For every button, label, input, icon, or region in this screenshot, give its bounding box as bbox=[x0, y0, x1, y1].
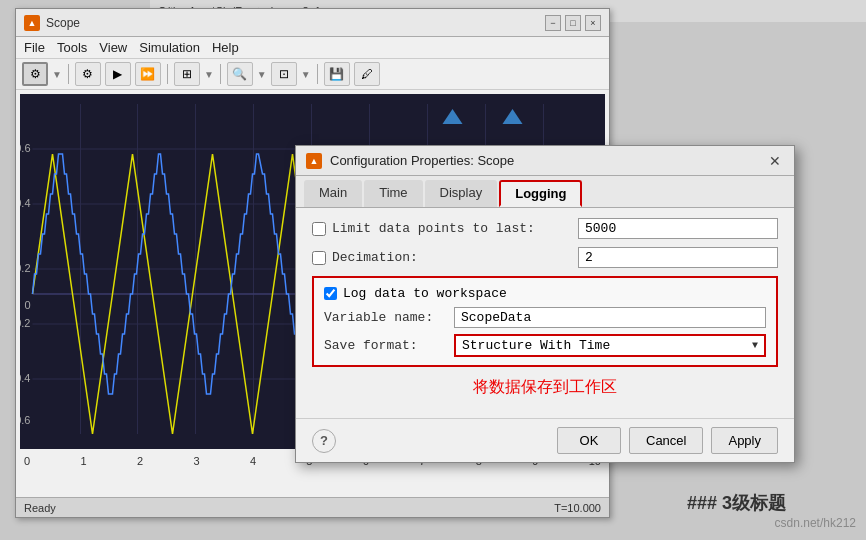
xaxis-1: 1 bbox=[80, 455, 86, 467]
decimation-row: Decimation: bbox=[312, 247, 778, 268]
config-app-icon: ▲ bbox=[306, 153, 322, 169]
scope-statusbar: Ready T=10.000 bbox=[16, 497, 609, 517]
scope-app-icon: ▲ bbox=[24, 15, 40, 31]
config-tabs: Main Time Display Logging bbox=[296, 176, 794, 208]
toolbar-sep-3 bbox=[220, 64, 221, 84]
limit-data-label: Limit data points to last: bbox=[312, 221, 535, 236]
svg-text:0: 0 bbox=[24, 299, 30, 311]
limit-data-input[interactable] bbox=[578, 218, 778, 239]
scope-maximize-button[interactable]: □ bbox=[565, 15, 581, 31]
tab-main[interactable]: Main bbox=[304, 180, 362, 207]
status-time: T=10.000 bbox=[554, 502, 601, 514]
tab-logging[interactable]: Logging bbox=[499, 180, 582, 207]
toolbar-fit-arrow[interactable]: ▼ bbox=[301, 69, 311, 80]
chinese-annotation: 将数据保存到工作区 bbox=[312, 377, 778, 398]
toolbar-step-button[interactable]: ⏩ bbox=[135, 62, 161, 86]
xaxis-2: 2 bbox=[137, 455, 143, 467]
save-format-row: Save format: Structure With Time ▼ bbox=[324, 334, 766, 357]
config-dialog: ▲ Configuration Properties: Scope ✕ Main… bbox=[295, 145, 795, 463]
svg-text:0.2: 0.2 bbox=[20, 262, 31, 274]
save-format-select: Structure With Time ▼ bbox=[454, 334, 766, 357]
save-format-dropdown[interactable]: Structure With Time ▼ bbox=[454, 334, 766, 357]
config-title: Configuration Properties: Scope bbox=[330, 153, 766, 168]
cancel-label: Cancel bbox=[646, 433, 686, 448]
config-footer: ? OK Cancel Apply bbox=[296, 418, 794, 462]
ok-button[interactable]: OK bbox=[557, 427, 621, 454]
scope-minimize-button[interactable]: − bbox=[545, 15, 561, 31]
toolbar-print-button[interactable]: 🖊 bbox=[354, 62, 380, 86]
svg-text:-0.4: -0.4 bbox=[20, 372, 31, 384]
toolbar-sep-2 bbox=[167, 64, 168, 84]
save-format-arrow: ▼ bbox=[752, 340, 758, 351]
toolbar-sep-1 bbox=[68, 64, 69, 84]
save-format-label: Save format: bbox=[324, 338, 454, 353]
svg-text:0.6: 0.6 bbox=[20, 142, 31, 154]
status-ready: Ready bbox=[24, 502, 56, 514]
scope-title: Scope bbox=[46, 16, 545, 30]
scope-window-controls: − □ × bbox=[545, 15, 601, 31]
save-format-value: Structure With Time bbox=[462, 338, 610, 353]
toolbar-zoom-arrow[interactable]: ▼ bbox=[257, 69, 267, 80]
menu-file[interactable]: File bbox=[24, 40, 45, 55]
variable-name-row: Variable name: bbox=[324, 307, 766, 328]
toolbar-play-button[interactable]: ▶ bbox=[105, 62, 131, 86]
apply-label: Apply bbox=[728, 433, 761, 448]
config-titlebar: ▲ Configuration Properties: Scope ✕ bbox=[296, 146, 794, 176]
toolbar-fit-button[interactable]: ⊡ bbox=[271, 62, 297, 86]
config-body: Limit data points to last: Decimation: L… bbox=[296, 208, 794, 418]
decimation-input[interactable] bbox=[578, 247, 778, 268]
decimation-label: Decimation: bbox=[312, 250, 418, 265]
toolbar-save-button[interactable]: 💾 bbox=[324, 62, 350, 86]
toolbar-settings-button[interactable]: ⚙ bbox=[22, 62, 48, 86]
ok-label: OK bbox=[580, 433, 599, 448]
limit-data-checkbox[interactable] bbox=[312, 222, 326, 236]
menu-simulation[interactable]: Simulation bbox=[139, 40, 200, 55]
variable-name-input[interactable] bbox=[454, 307, 766, 328]
scope-close-button[interactable]: × bbox=[585, 15, 601, 31]
svg-text:0.4: 0.4 bbox=[20, 197, 31, 209]
menu-help[interactable]: Help bbox=[212, 40, 239, 55]
toolbar-sep-4 bbox=[317, 64, 318, 84]
tab-time[interactable]: Time bbox=[364, 180, 422, 207]
variable-name-label: Variable name: bbox=[324, 310, 454, 325]
xaxis-0: 0 bbox=[24, 455, 30, 467]
limit-data-text: Limit data points to last: bbox=[332, 221, 535, 236]
log-workspace-row: Log data to workspace bbox=[324, 286, 766, 301]
decimation-checkbox[interactable] bbox=[312, 251, 326, 265]
limit-data-row: Limit data points to last: bbox=[312, 218, 778, 239]
xaxis-3: 3 bbox=[193, 455, 199, 467]
toolbar-layout-arrow[interactable]: ▼ bbox=[204, 69, 214, 80]
decimation-text: Decimation: bbox=[332, 250, 418, 265]
watermark: csdn.net/hk212 bbox=[775, 516, 856, 530]
config-close-button[interactable]: ✕ bbox=[766, 152, 784, 170]
scope-toolbar: ⚙ ▼ ⚙ ▶ ⏩ ⊞ ▼ 🔍 ▼ ⊡ ▼ 💾 🖊 bbox=[16, 59, 609, 90]
apply-button[interactable]: Apply bbox=[711, 427, 778, 454]
help-button[interactable]: ? bbox=[312, 429, 336, 453]
toolbar-zoom-in-button[interactable]: 🔍 bbox=[227, 62, 253, 86]
toolbar-layout-button[interactable]: ⊞ bbox=[174, 62, 200, 86]
scope-menubar: File Tools View Simulation Help bbox=[16, 37, 609, 59]
xaxis-4: 4 bbox=[250, 455, 256, 467]
help-icon: ? bbox=[320, 433, 328, 448]
svg-text:-0.6: -0.6 bbox=[20, 414, 31, 426]
log-section: Log data to workspace Variable name: Sav… bbox=[312, 276, 778, 367]
log-workspace-checkbox[interactable] bbox=[324, 287, 337, 300]
menu-view[interactable]: View bbox=[99, 40, 127, 55]
h3-label: ### 3级标题 bbox=[687, 491, 786, 515]
toolbar-run2-button[interactable]: ⚙ bbox=[75, 62, 101, 86]
log-workspace-label: Log data to workspace bbox=[343, 286, 507, 301]
svg-text:-0.2: -0.2 bbox=[20, 317, 31, 329]
tab-display[interactable]: Display bbox=[425, 180, 498, 207]
scope-titlebar: ▲ Scope − □ × bbox=[16, 9, 609, 37]
cancel-button[interactable]: Cancel bbox=[629, 427, 703, 454]
menu-tools[interactable]: Tools bbox=[57, 40, 87, 55]
toolbar-dropdown-arrow[interactable]: ▼ bbox=[52, 69, 62, 80]
